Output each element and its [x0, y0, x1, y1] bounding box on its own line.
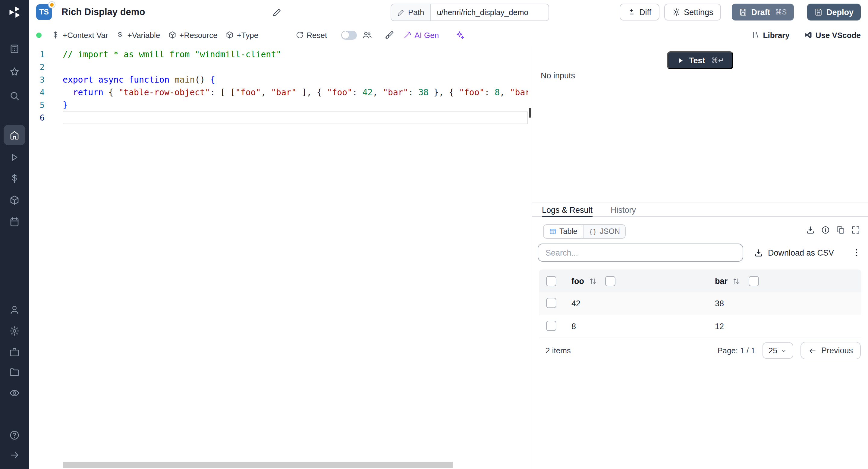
line-number: 3: [29, 73, 63, 86]
diff-icon: [627, 8, 636, 16]
dollar-icon: [51, 31, 60, 39]
copy-icon[interactable]: [836, 225, 845, 234]
code-line[interactable]: export async function main() {: [63, 73, 528, 86]
column-label: foo: [571, 276, 584, 285]
library-button[interactable]: Library: [752, 30, 789, 39]
add-type-button[interactable]: +Type: [225, 30, 258, 39]
play-icon: [676, 56, 684, 64]
deploy-button[interactable]: Deploy: [807, 4, 861, 21]
path-input[interactable]: [431, 4, 549, 21]
reset-button[interactable]: Reset: [295, 30, 327, 39]
info-icon[interactable]: [821, 225, 830, 234]
settings-icon[interactable]: [9, 325, 20, 336]
save-icon: [739, 8, 748, 16]
line-number: 6: [29, 112, 63, 124]
test-shortcut: ⌘↵: [711, 56, 724, 64]
header-actions: Diff Settings Draft ⌘S Deploy: [619, 4, 861, 21]
arrow-left-icon: [809, 346, 817, 355]
collapse-sidebar-icon[interactable]: [9, 450, 20, 461]
library-icon: [752, 31, 760, 39]
select-all-cell: [539, 276, 564, 286]
column-checkbox[interactable]: [605, 276, 615, 286]
column-checkbox[interactable]: [749, 276, 759, 286]
save-icon: [814, 8, 823, 16]
table-menu-icon[interactable]: [852, 248, 861, 257]
line-number-gutter: 123456: [29, 48, 63, 124]
result-table-footer: 2 items Page: 1 / 1 25 Previous: [539, 338, 861, 363]
tab-logs-result[interactable]: Logs & Result: [542, 203, 592, 216]
schedules-icon[interactable]: [9, 216, 20, 227]
resources-icon[interactable]: [9, 195, 20, 206]
sparkles-icon[interactable]: [455, 30, 465, 40]
folders-icon[interactable]: [9, 367, 20, 377]
line-number: 4: [29, 86, 63, 99]
settings-button[interactable]: Settings: [664, 4, 721, 21]
variables-icon[interactable]: [9, 173, 20, 184]
apps-icon[interactable]: [9, 43, 20, 54]
workspace-icon[interactable]: [9, 347, 20, 357]
row-select-cell: [539, 320, 564, 333]
page-title: Rich Display demo: [61, 7, 145, 18]
previous-page-button[interactable]: Previous: [801, 342, 861, 359]
edit-title-icon[interactable]: [273, 8, 281, 17]
table-row: 4238: [539, 292, 861, 315]
line-number: 1: [29, 48, 63, 61]
code-line[interactable]: // import * as wmill from "windmill-clie…: [63, 48, 528, 61]
view-mode-toggle: Table {} JSON: [543, 224, 626, 239]
sort-icon[interactable]: [589, 277, 597, 285]
table-icon: [549, 228, 556, 235]
draft-button[interactable]: Draft ⌘S: [732, 4, 794, 21]
table-toolbar: Download as CSV: [538, 244, 861, 262]
format-brush-icon[interactable]: [384, 30, 394, 40]
code-lines[interactable]: // import * as wmill from "windmill-clie…: [63, 48, 528, 124]
table-cell: 8: [564, 322, 708, 331]
collaborators-icon[interactable]: [362, 30, 372, 40]
search-icon[interactable]: [9, 90, 20, 101]
select-all-checkbox[interactable]: [546, 276, 556, 286]
download-csv-button[interactable]: Download as CSV: [754, 248, 834, 257]
view-mode-json[interactable]: {} JSON: [583, 224, 626, 239]
tab-history[interactable]: History: [611, 203, 636, 216]
code-line[interactable]: [63, 112, 528, 124]
wand-icon: [403, 31, 411, 39]
no-inputs-label: No inputs: [541, 71, 575, 80]
help-icon[interactable]: [9, 430, 20, 441]
diff-button[interactable]: Diff: [619, 4, 659, 21]
windmill-logo[interactable]: [8, 5, 21, 19]
favorites-icon[interactable]: [9, 66, 20, 77]
download-icon: [754, 248, 763, 257]
line-number: 2: [29, 61, 63, 73]
row-checkbox[interactable]: [546, 298, 556, 308]
row-checkbox[interactable]: [546, 320, 556, 331]
home-icon[interactable]: [4, 125, 25, 145]
row-select-cell: [539, 298, 564, 310]
table-cell: 12: [708, 322, 861, 331]
test-button[interactable]: Test ⌘↵: [667, 51, 734, 69]
script-kind-badge: [48, 1, 56, 8]
assistant-toggle[interactable]: [341, 30, 356, 39]
search-input[interactable]: [538, 244, 743, 262]
sort-icon[interactable]: [733, 277, 740, 285]
expand-icon[interactable]: [851, 225, 860, 234]
ai-gen-button[interactable]: AI Gen: [403, 30, 439, 39]
column-header[interactable]: foo: [564, 276, 708, 286]
page-size-select[interactable]: 25: [763, 342, 794, 359]
code-editor[interactable]: 123456 // import * as wmill from "windmi…: [29, 46, 532, 469]
audit-logs-icon[interactable]: [9, 387, 20, 399]
column-header[interactable]: bar: [708, 276, 861, 286]
horizontal-scrollbar[interactable]: [63, 462, 453, 468]
view-mode-table[interactable]: Table: [543, 224, 584, 239]
code-line[interactable]: return { "table-row-object": [ ["foo", "…: [63, 86, 528, 99]
use-vscode-button[interactable]: Use VScode: [804, 30, 861, 39]
add-variable-button[interactable]: +Variable: [116, 30, 160, 39]
runs-icon[interactable]: [9, 152, 20, 163]
users-icon[interactable]: [9, 305, 20, 315]
download-icon[interactable]: [806, 225, 815, 234]
overview-ruler-cursor-mark: [529, 108, 531, 118]
add-context-var-button[interactable]: +Context Var: [51, 30, 108, 39]
reset-icon: [295, 31, 304, 39]
path-button[interactable]: Path: [391, 4, 431, 21]
code-line[interactable]: }: [63, 99, 528, 112]
add-resource-button[interactable]: +Resource: [168, 30, 217, 39]
code-line[interactable]: [63, 61, 528, 73]
